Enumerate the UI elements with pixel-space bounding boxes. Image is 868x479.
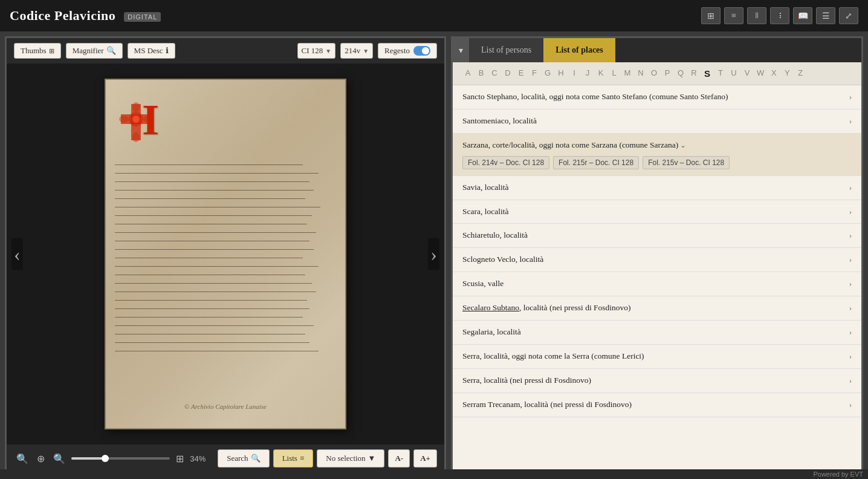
- alpha-letter-B[interactable]: B: [476, 67, 487, 80]
- item-arrow: ›: [849, 207, 852, 217]
- zoom-out-button[interactable]: 🔍: [51, 452, 68, 466]
- zoom-slider-thumb[interactable]: [102, 455, 109, 462]
- prev-page-button[interactable]: ‹: [11, 238, 23, 270]
- alpha-letter-E[interactable]: E: [516, 67, 526, 80]
- list-item[interactable]: Schiaretulo, località›: [453, 224, 861, 248]
- alpha-letter-R[interactable]: R: [688, 67, 699, 80]
- list-item[interactable]: Sarzana, corte/località, oggi nota come …: [453, 134, 861, 176]
- alpha-letter-K[interactable]: K: [595, 67, 606, 80]
- magnifier-button[interactable]: Magnifier 🔍: [66, 43, 123, 59]
- regesto-button[interactable]: Regesto: [378, 43, 437, 59]
- item-arrow: ›: [849, 231, 852, 240]
- manuscript-image-area: ‹ I: [7, 64, 444, 445]
- tab-list-places[interactable]: List of places: [543, 38, 615, 62]
- ci-select[interactable]: CI 128 ▼: [297, 43, 336, 59]
- alpha-letter-Y[interactable]: Y: [782, 67, 792, 80]
- app-title: Codice Pelavicino DIGITAL: [10, 8, 161, 23]
- split-view-button[interactable]: ⫶: [770, 7, 789, 24]
- folio-tag[interactable]: Fol. 215r – Doc. CI 128: [553, 156, 639, 169]
- list-item[interactable]: Scusia, valle›: [453, 272, 861, 296]
- list-places-label: List of places: [555, 45, 603, 54]
- no-selection-label: No selection: [326, 454, 365, 463]
- tab-list-persons[interactable]: List of persons: [469, 38, 543, 62]
- next-page-button[interactable]: ›: [428, 238, 439, 270]
- alpha-letter-I[interactable]: I: [569, 67, 580, 80]
- menu-button[interactable]: ☰: [816, 7, 835, 24]
- copyright-text: © Archivio Capitolare Lunaise: [184, 403, 267, 410]
- ci-dropdown-arrow: ▼: [325, 48, 331, 54]
- folio-tag[interactable]: Fol. 215v – Doc. CI 128: [643, 156, 730, 169]
- powered-by-text: Powered by EVT: [813, 471, 863, 478]
- font-increase-button[interactable]: A+: [413, 449, 437, 468]
- alpha-letter-U[interactable]: U: [728, 67, 739, 80]
- panel-tabs: ▾ List of persons List of places: [453, 38, 861, 62]
- alpha-letter-W[interactable]: W: [755, 67, 766, 80]
- lists-button[interactable]: Lists ≡: [273, 449, 314, 468]
- viewer-toolbar: Thumbs ⊞ Magnifier 🔍 MS Desc ℹ CI 128 ▼ …: [7, 38, 444, 64]
- regesto-toggle[interactable]: [413, 46, 430, 56]
- collapse-button[interactable]: ▾: [453, 38, 469, 62]
- alpha-letter-D[interactable]: D: [502, 67, 513, 80]
- thumbs-button[interactable]: Thumbs ⊞: [14, 43, 61, 59]
- lists-label: Lists: [282, 454, 297, 463]
- item-arrow: ›: [849, 328, 852, 337]
- alpha-letter-V[interactable]: V: [742, 67, 753, 80]
- list-item[interactable]: Sclogneto Veclo, località›: [453, 248, 861, 272]
- alpha-letter-F[interactable]: F: [529, 67, 540, 80]
- bottom-toolbar: 🔍 ⊕ 🔍 ⊞ 34% Search 🔍 Lists ≡ No select: [7, 445, 444, 472]
- zoom-full-button[interactable]: ⊕: [34, 452, 47, 466]
- alpha-letter-P[interactable]: P: [662, 67, 673, 80]
- grid-icon: ⊞: [49, 47, 54, 55]
- list-item[interactable]: Santomeniaco, località›: [453, 109, 861, 134]
- alpha-letter-A[interactable]: A: [462, 67, 473, 80]
- list-item[interactable]: Secalaro Subtano, località (nei pressi d…: [453, 296, 861, 321]
- list-item[interactable]: Serra, località (nei pressi di Fosdinovo…: [453, 369, 861, 393]
- zoom-slider-fill: [71, 457, 105, 460]
- no-selection-button[interactable]: No selection ▼: [317, 449, 384, 468]
- zoom-expand-button[interactable]: ⊞: [173, 452, 186, 466]
- book-view-button[interactable]: 📖: [793, 7, 812, 24]
- search-button[interactable]: Search 🔍: [218, 449, 269, 468]
- list-content: Sancto Stephano, località, oggi nota com…: [453, 85, 861, 472]
- magnifier-icon: 🔍: [106, 46, 116, 56]
- font-decrease-button[interactable]: A-: [388, 449, 410, 468]
- search-icon: 🔍: [251, 454, 261, 463]
- alpha-letter-X[interactable]: X: [768, 67, 779, 80]
- folio-select[interactable]: 214v ▼: [340, 43, 373, 59]
- info-icon: ℹ: [166, 46, 169, 56]
- alpha-letter-C[interactable]: C: [489, 67, 500, 80]
- columns-view-button[interactable]: ⫴: [747, 7, 766, 24]
- alpha-letter-T[interactable]: T: [715, 67, 726, 80]
- list-persons-label: List of persons: [481, 45, 531, 54]
- regesto-label: Regesto: [384, 46, 410, 56]
- alpha-letter-S[interactable]: S: [702, 67, 713, 80]
- toolbar-right: CI 128 ▼ 214v ▼ Regesto: [297, 43, 437, 59]
- alpha-letter-M[interactable]: M: [622, 67, 633, 80]
- list-view-button[interactable]: ≡: [724, 7, 743, 24]
- list-item[interactable]: Segalaria, località›: [453, 321, 861, 345]
- alpha-letter-L[interactable]: L: [609, 67, 620, 80]
- alpha-letter-Z[interactable]: Z: [795, 67, 806, 80]
- zoom-slider[interactable]: [71, 457, 170, 460]
- main-content: Thumbs ⊞ Magnifier 🔍 MS Desc ℹ CI 128 ▼ …: [0, 31, 868, 479]
- alpha-letter-O[interactable]: O: [649, 67, 659, 80]
- alpha-letter-H[interactable]: H: [555, 67, 566, 80]
- list-item[interactable]: Serram Trecanam, località (nei pressi di…: [453, 393, 861, 417]
- alpha-letter-N[interactable]: N: [635, 67, 646, 80]
- list-item[interactable]: Scara, località›: [453, 200, 861, 224]
- digital-badge: DIGITAL: [124, 12, 161, 22]
- alpha-letter-G[interactable]: G: [542, 67, 553, 80]
- ms-desc-button[interactable]: MS Desc ℹ: [128, 43, 175, 59]
- powered-by-footer: Powered by EVT: [0, 469, 868, 479]
- alpha-letter-Q[interactable]: Q: [675, 67, 686, 80]
- list-item[interactable]: Serra, località, oggi nota come la Serra…: [453, 345, 861, 369]
- manuscript-text: [115, 110, 336, 404]
- alpha-letter-J[interactable]: J: [582, 67, 593, 80]
- expand-button[interactable]: ⤢: [839, 7, 858, 24]
- expand-arrow: ⌄: [678, 141, 686, 149]
- zoom-in-button[interactable]: 🔍: [14, 452, 31, 466]
- grid-view-button[interactable]: ⊞: [701, 7, 721, 24]
- list-item[interactable]: Sancto Stephano, località, oggi nota com…: [453, 85, 861, 109]
- folio-tag[interactable]: Fol. 214v – Doc. CI 128: [462, 156, 549, 169]
- list-item[interactable]: Savia, località›: [453, 176, 861, 200]
